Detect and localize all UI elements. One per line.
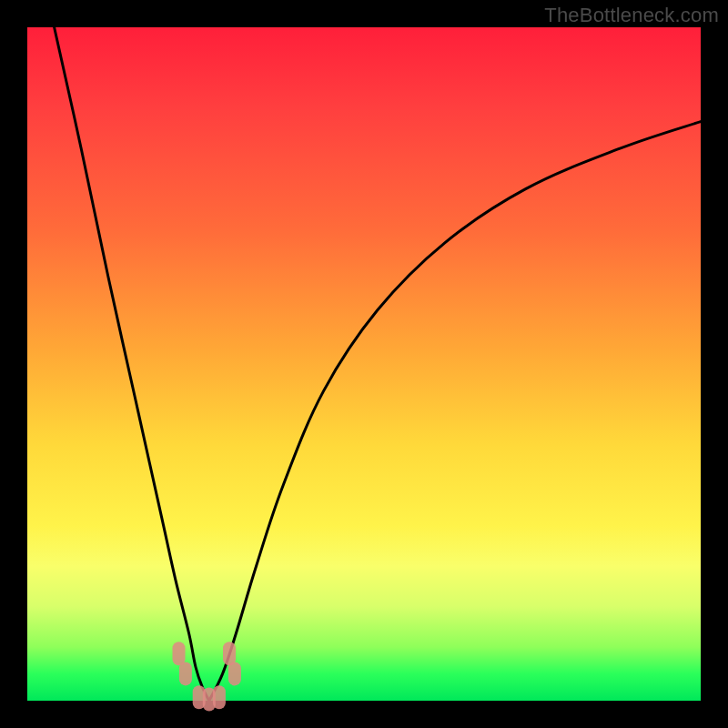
watermark-text: TheBottleneck.com bbox=[544, 4, 719, 27]
plot-area bbox=[27, 27, 701, 701]
curve-right_branch bbox=[209, 122, 701, 701]
bottleneck-curve bbox=[27, 27, 701, 701]
marker-bottom bbox=[213, 685, 226, 709]
marker-right bbox=[223, 642, 236, 665]
marker-right bbox=[228, 662, 241, 685]
curve-left_branch bbox=[55, 27, 209, 701]
marker-left bbox=[173, 642, 186, 665]
marker-left bbox=[179, 662, 192, 685]
chart-frame: TheBottleneck.com bbox=[0, 0, 728, 728]
